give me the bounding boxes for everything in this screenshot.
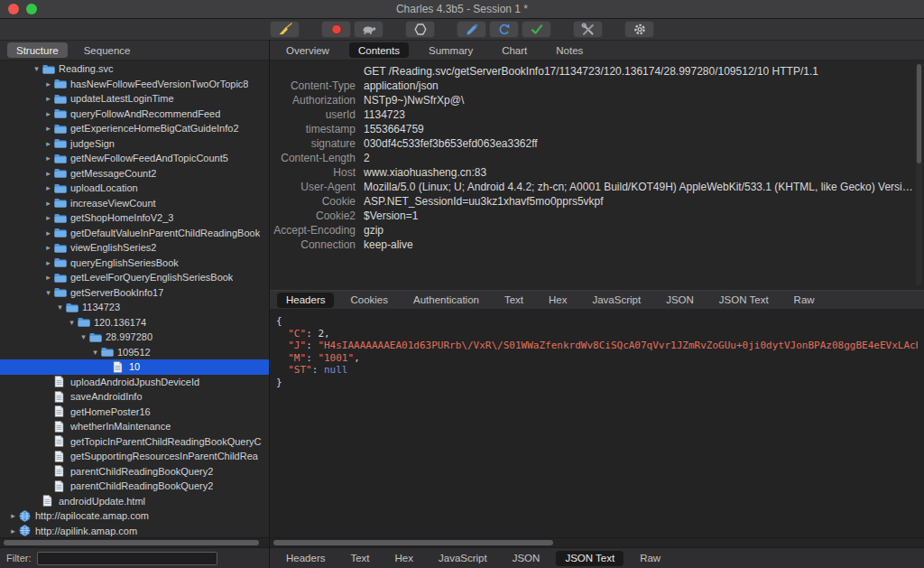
chevron-right-icon[interactable]: ▸ — [42, 243, 54, 252]
header-name: User-Agent — [270, 180, 364, 194]
chevron-right-icon[interactable]: ▸ — [42, 154, 54, 163]
chevron-right-icon[interactable]: ▸ — [42, 79, 54, 88]
filter-input[interactable] — [37, 552, 217, 565]
tree-row[interactable]: ▸viewEnglishSeries2 — [0, 240, 269, 256]
chevron-right-icon[interactable]: ▸ — [42, 169, 54, 178]
tree-row[interactable]: ▾109512 — [0, 345, 269, 360]
tree-row[interactable]: parentChildReadingBookQuery2 — [0, 479, 269, 494]
json-text-view[interactable]: { "C": 2, "J": "H4sIAAAAAAAEA01d63PURrb\… — [270, 310, 924, 537]
headers-vertical-scrollbar[interactable] — [916, 63, 922, 285]
chevron-right-icon[interactable]: ▸ — [42, 228, 54, 237]
repeat-button[interactable] — [489, 21, 519, 38]
folder-icon — [78, 317, 94, 327]
record-button[interactable] — [321, 21, 351, 38]
tree-row[interactable]: whetherInMaintenance — [0, 419, 269, 434]
tree-row[interactable]: ▸updateLatestLoginTime — [0, 91, 269, 107]
content-horizontal-scrollbar[interactable] — [270, 537, 924, 547]
tree-row[interactable]: ▸getShopHomeInfoV2_3 — [0, 210, 269, 226]
content-tab-javascript[interactable]: JavaScript — [583, 293, 650, 308]
content-tab-json-text[interactable]: JSON Text — [710, 293, 778, 308]
chevron-down-icon[interactable]: ▾ — [78, 332, 89, 341]
tree-horizontal-scrollbar[interactable] — [0, 537, 269, 547]
chevron-down-icon[interactable]: ▾ — [31, 64, 42, 73]
content-tab-headers[interactable]: Headers — [277, 293, 334, 308]
view-tab-text[interactable]: Text — [341, 551, 378, 566]
content-tab-cookies[interactable]: Cookies — [341, 293, 397, 308]
tree-row[interactable]: ▸increaseViewCount — [0, 196, 269, 211]
panel-tab-structure[interactable]: Structure — [7, 42, 68, 58]
throttle-button[interactable] — [354, 21, 383, 38]
main-tab-notes[interactable]: Notes — [547, 42, 592, 58]
tree-row[interactable]: ▸getExperienceHomeBigCatGuideInfo2 — [0, 121, 269, 136]
tree-row[interactable]: parentChildReadingBookQuery2 — [0, 464, 269, 480]
view-tab-headers[interactable]: Headers — [277, 551, 334, 566]
tree-row[interactable]: ▾Reading.svc — [0, 61, 269, 77]
headers-scrollbar-thumb[interactable] — [917, 64, 921, 163]
panel-tab-sequence[interactable]: Sequence — [75, 42, 140, 58]
view-tab-json[interactable]: JSON — [504, 551, 550, 566]
tools-button[interactable] — [573, 21, 603, 38]
tree-row[interactable]: ▾28.997280 — [0, 330, 269, 345]
chevron-right-icon[interactable]: ▸ — [42, 94, 54, 103]
tree-row[interactable]: ▸queryEnglishSeriesBook — [0, 256, 269, 271]
chevron-down-icon[interactable]: ▾ — [54, 303, 66, 312]
tree-row[interactable]: ▸http://apilocate.amap.com — [0, 508, 269, 524]
validate-button[interactable] — [522, 21, 551, 38]
chevron-right-icon[interactable]: ▸ — [42, 213, 54, 222]
chevron-down-icon[interactable]: ▾ — [89, 348, 101, 357]
view-tab-hex[interactable]: Hex — [386, 551, 422, 566]
tree-row[interactable]: ▸http://apilink.amap.com — [0, 524, 269, 538]
tree-row[interactable]: ▸getDefaultValueInParentChildReadingBook — [0, 226, 269, 241]
tree-row[interactable]: ▸uploadLocation — [0, 181, 269, 196]
view-tab-json-text[interactable]: JSON Text — [556, 551, 624, 566]
tree-row[interactable]: ▸getNewFollowFeedAndTopicCount5 — [0, 151, 269, 166]
content-tab-raw[interactable]: Raw — [785, 293, 824, 308]
view-tab-javascript[interactable]: JavaScript — [430, 551, 496, 566]
tree-row[interactable]: getTopicInParentChildReadingBookQueryC — [0, 434, 269, 450]
content-scrollbar-thumb[interactable] — [273, 540, 553, 545]
clear-session-button[interactable] — [270, 21, 300, 38]
chevron-right-icon[interactable]: ▸ — [42, 124, 54, 133]
content-tab-hex[interactable]: Hex — [540, 293, 576, 308]
main-tab-summary[interactable]: Summary — [420, 42, 482, 58]
tree-row[interactable]: getSupportingResourcesInParentChildRea — [0, 449, 269, 464]
tree-row[interactable]: uploadAndroidJpushDeviceId — [0, 375, 269, 390]
tree-row[interactable]: ▸judgeSign — [0, 136, 269, 152]
tree-row[interactable]: ▾getServerBookInfo17 — [0, 285, 269, 301]
chevron-down-icon[interactable]: ▾ — [42, 288, 54, 297]
chevron-right-icon[interactable]: ▸ — [42, 199, 54, 208]
tree-row[interactable]: 10 — [0, 359, 269, 375]
tree-row[interactable]: androidUpdate.html — [0, 494, 269, 509]
chevron-right-icon[interactable]: ▸ — [42, 183, 54, 192]
settings-button[interactable] — [624, 21, 654, 38]
content-tab-json[interactable]: JSON — [657, 293, 703, 308]
tree-row[interactable]: ▾1134723 — [0, 300, 269, 315]
content-tab-authentication[interactable]: Authentication — [404, 293, 488, 308]
view-tab-raw[interactable]: Raw — [631, 551, 670, 566]
tree-scrollbar-thumb[interactable] — [4, 540, 259, 545]
tree-row[interactable]: ▾120.136174 — [0, 315, 269, 331]
breakpoints-icon — [413, 23, 428, 36]
close-window-button[interactable] — [8, 4, 19, 14]
chevron-right-icon[interactable]: ▸ — [42, 109, 54, 118]
content-tab-text[interactable]: Text — [495, 293, 532, 308]
tree-row[interactable]: ▸getMessageCount2 — [0, 166, 269, 182]
tree-row[interactable]: ▸hasNewFollowFeedVersionTwoOrTopic8 — [0, 77, 269, 92]
header-row: Cookie2$Version=1 — [270, 209, 924, 223]
tree-row[interactable]: ▸getLevelForQueryEnglishSeriesBook — [0, 270, 269, 285]
tree-row[interactable]: saveAndroidInfo — [0, 389, 269, 405]
chevron-right-icon[interactable]: ▸ — [42, 139, 54, 148]
main-tab-contents[interactable]: Contents — [349, 42, 409, 58]
compose-button[interactable] — [457, 21, 486, 38]
tree-row[interactable]: getHomePoster16 — [0, 405, 269, 420]
chevron-right-icon[interactable]: ▸ — [42, 273, 54, 282]
main-tab-chart[interactable]: Chart — [493, 42, 536, 58]
tree-row[interactable]: ▸queryFollowAndRecommendFeed — [0, 107, 269, 122]
chevron-right-icon[interactable]: ▸ — [7, 526, 19, 535]
breakpoints-button[interactable] — [405, 21, 435, 38]
chevron-down-icon[interactable]: ▾ — [66, 318, 78, 327]
chevron-right-icon[interactable]: ▸ — [7, 511, 19, 520]
chevron-right-icon[interactable]: ▸ — [42, 258, 54, 267]
main-tab-overview[interactable]: Overview — [277, 42, 338, 58]
zoom-window-button[interactable] — [26, 4, 37, 14]
